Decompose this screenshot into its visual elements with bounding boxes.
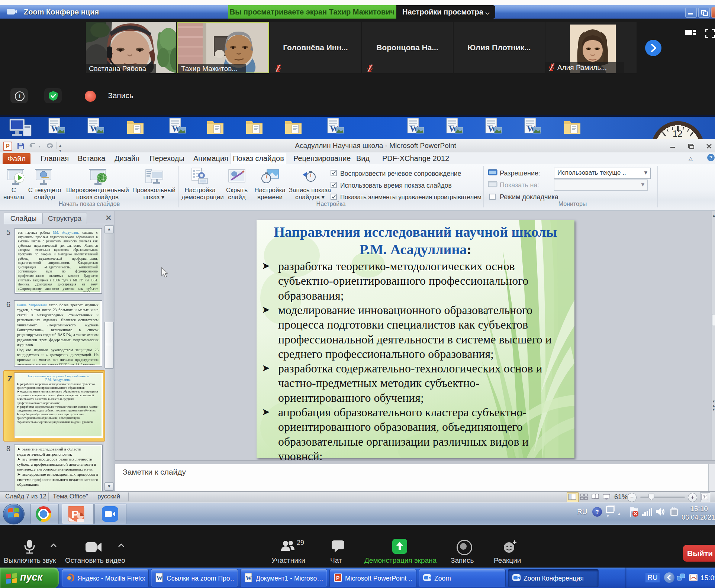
svg-text:W: W [246,575,252,581]
svg-text:P: P [336,575,339,581]
svg-text:12: 12 [673,129,683,139]
svg-text:W: W [157,575,162,581]
